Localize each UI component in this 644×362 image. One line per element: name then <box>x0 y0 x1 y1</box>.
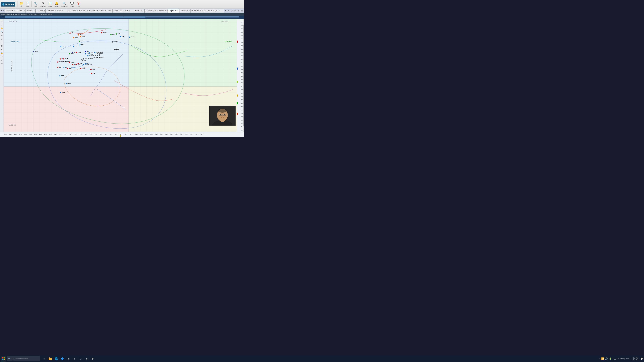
scrollbar-thumb[interactable] <box>243 25 244 126</box>
tab-close-4[interactable]: × <box>55 10 56 11</box>
tab-close-11[interactable]: × <box>129 10 130 11</box>
tab-close-10[interactable]: × <box>123 10 124 11</box>
tab-close-3[interactable]: × <box>44 10 45 11</box>
tab-close-18[interactable]: × <box>213 10 214 11</box>
tab-close-0[interactable]: × <box>14 10 15 11</box>
tab-cotiusdt[interactable]: COTIUSDT× <box>144 9 156 12</box>
tab-close-6[interactable]: × <box>77 10 78 11</box>
tabbar-btn-5[interactable]: ⊡ <box>240 9 244 12</box>
scrollbar-track[interactable] <box>243 19 244 132</box>
menu-searches[interactable]: 🔍 Searches <box>60 1 69 7</box>
tab-zrxusdt[interactable]: ZRXUSDT× <box>46 9 56 12</box>
tab-spx[interactable]: SPX× <box>124 9 134 12</box>
tab-close-2[interactable]: × <box>34 10 34 11</box>
chart-svg-wrapper[interactable]: IMPROVING LEADING LAGGING JDK RS-Ratio J… <box>4 19 237 132</box>
tool-draw[interactable]: ✏ <box>0 34 3 37</box>
tab-btcusd[interactable]: BTCUSD× <box>78 9 88 12</box>
tab-xt2usd[interactable]: XT2USD× <box>16 9 26 12</box>
tabbar-btn-2[interactable]: ⊞ <box>230 9 233 12</box>
tabbar-btn-1[interactable]: ▶ <box>227 9 230 12</box>
tab-close-16[interactable]: × <box>189 10 190 11</box>
celo-label: CELO <box>81 44 84 45</box>
menu-chat[interactable]: 💬 Chat <box>69 1 75 7</box>
axis-color-green-2 <box>237 102 238 104</box>
x-label-925: 92.5 <box>95 134 97 135</box>
timeline[interactable]: 2020 2021 <box>0 16 244 19</box>
tab-close-13[interactable]: × <box>155 10 156 11</box>
tab-qnt[interactable]: QNT× <box>214 9 224 12</box>
tool-zoom[interactable]: 🔍 <box>0 30 3 33</box>
tabbar-btn-3[interactable]: ☰ <box>234 9 237 12</box>
tab-close-12[interactable]: × <box>144 10 144 11</box>
x-axis-highlight <box>120 135 121 137</box>
tab-egldusdt[interactable]: EGLDUSDT× <box>156 9 168 12</box>
tab-egldusdt[interactable]: EGLDUSDT× <box>66 9 78 12</box>
x-label-785: 78.5 <box>24 134 27 135</box>
tab-zilusdt[interactable]: ZILUSDT× <box>36 9 46 12</box>
tab-iotausdt[interactable]: IOTAUSDT× <box>203 9 214 12</box>
menu-file[interactable]: 📁 File <box>18 1 24 7</box>
tab-next-btn[interactable]: ▶ <box>2 10 5 11</box>
tab-close-9[interactable]: × <box>112 10 112 11</box>
altcoin-label: ALTCOININDEXUSD <box>59 61 70 62</box>
tab-crypto-rrg[interactable]: Crypto RRG× <box>168 9 180 12</box>
grt-label: GRT <box>87 50 90 52</box>
tab-curve-chart[interactable]: Curve Chart× <box>88 9 100 12</box>
tool-line[interactable]: ╱ <box>0 37 3 40</box>
leading-text: LEADING <box>222 20 228 22</box>
menu-tools[interactable]: 🔧 Tools <box>32 1 39 7</box>
x-label-835: 83.5 <box>50 134 52 135</box>
tool-layers[interactable]: ≡ <box>0 58 3 61</box>
link-label: LINK <box>65 66 68 68</box>
tool-refresh[interactable]: ⟳ <box>0 55 3 58</box>
tab-gme[interactable]: GME× <box>56 9 66 12</box>
ltc-label: LTC <box>93 72 95 74</box>
fet-label: FET <box>101 53 103 55</box>
tab-xrpusdt[interactable]: XRPUSDT× <box>5 9 16 12</box>
tabbar-btn-4[interactable]: ⊠ <box>237 9 240 12</box>
tab-movrusdt[interactable]: MOVRUSDT× <box>190 9 203 12</box>
menu-tools-label: Tools <box>34 5 37 7</box>
clv-label: CLV <box>87 53 89 54</box>
tab-close-7[interactable]: × <box>87 10 88 11</box>
tool-settings2[interactable]: ⚙ <box>0 62 3 65</box>
tool-cursor[interactable]: ↖ <box>0 20 3 23</box>
x-label-915: 91.5 <box>90 134 92 135</box>
axis-color-green-1 <box>237 81 238 83</box>
tool-text[interactable]: T <box>0 41 3 44</box>
tab-hexusdt[interactable]: HEXUSDT× <box>134 9 144 12</box>
tab-close-5[interactable]: × <box>62 10 63 11</box>
app-logo: ◉ Optuma <box>1 2 15 6</box>
tab-close-8[interactable]: × <box>99 10 100 11</box>
tool-measure[interactable]: ⊞ <box>0 44 3 47</box>
tab-close-19[interactable]: × <box>219 10 220 11</box>
menu-alerts[interactable]: 🔔 Alerts <box>53 1 60 7</box>
tab-close-1[interactable]: × <box>24 10 25 11</box>
tab-bubble-chart[interactable]: Bubble Chart× <box>100 9 112 12</box>
bep-label: BEP <box>92 55 94 57</box>
tab-close-14[interactable]: × <box>167 10 168 11</box>
svg-rect-2 <box>4 87 129 132</box>
tab-ampusdt[interactable]: AMPUSDT× <box>180 9 190 12</box>
tool-plus[interactable]: + <box>0 48 3 51</box>
shib-label: SHIB <box>81 40 84 42</box>
menu-new[interactable]: 📄 New <box>24 1 31 7</box>
right-y-axis: 107.0 106.5 106.0 105.5 105.0 104.5 104.… <box>237 19 244 132</box>
x-label-1035: 103.5 <box>150 134 153 135</box>
tab-prev-btn[interactable]: ◀ <box>0 10 2 11</box>
tool-lock[interactable]: 🔒 <box>0 51 3 54</box>
x-label-1055: 105.5 <box>160 134 163 135</box>
menu-settings[interactable]: ⚙ Settings <box>39 1 47 7</box>
tab-sector-map[interactable]: Sector Map× <box>112 9 124 12</box>
menu-data[interactable]: 📊 Data <box>47 1 53 7</box>
tabbar-btn-0[interactable]: ◀ <box>224 9 227 12</box>
tab-close-15[interactable]: × <box>178 10 180 12</box>
menu-help[interactable]: ❓ Help <box>75 1 82 7</box>
svg-point-82 <box>218 109 227 113</box>
tool-pan[interactable]: ✋ <box>0 27 3 30</box>
tab-close-17[interactable]: × <box>202 10 202 11</box>
tool-arrow[interactable]: ↗ <box>0 23 3 26</box>
x-label-825: 82.5 <box>44 134 47 135</box>
tab-uniusd[interactable]: UNIUSD× <box>26 9 36 12</box>
tab-bar: ◀▶XRPUSDT×XT2USD×UNIUSD×ZILUSDT×ZRXUSDT×… <box>0 9 244 13</box>
